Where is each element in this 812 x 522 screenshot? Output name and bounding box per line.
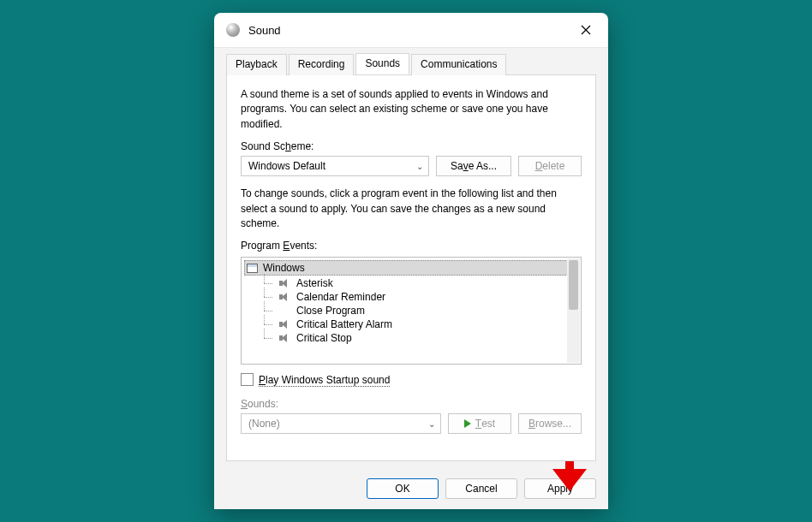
- test-button: Test: [448, 413, 511, 434]
- dialog-title: Sound: [248, 24, 567, 37]
- chevron-down-icon: ⌄: [416, 162, 423, 171]
- cancel-button[interactable]: Cancel: [445, 478, 517, 499]
- chevron-down-icon: ⌄: [428, 419, 435, 429]
- tree-line: [260, 291, 274, 303]
- tree-root-windows[interactable]: Windows: [244, 260, 578, 276]
- sound-scheme-value: Windows Default: [248, 160, 325, 172]
- intro-text: A sound theme is a set of sounds applied…: [241, 87, 582, 132]
- tab-communications-label: Communications: [421, 58, 497, 70]
- browse-button: Browse...: [518, 413, 582, 434]
- cancel-label: Cancel: [465, 483, 497, 495]
- windows-icon: [247, 264, 258, 273]
- ok-label: OK: [395, 483, 409, 495]
- sounds-select: (None) ⌄: [241, 413, 441, 434]
- scrollbar-thumb[interactable]: [569, 260, 578, 310]
- tab-strip: Playback Recording Sounds Communications: [226, 53, 596, 74]
- sounds-label: Sounds:: [241, 398, 582, 410]
- ok-button[interactable]: OK: [367, 478, 439, 499]
- tree-item-label: Critical Stop: [296, 332, 352, 344]
- tree-item[interactable]: Close Program: [243, 304, 579, 317]
- close-icon: [581, 25, 591, 35]
- tab-playback[interactable]: Playback: [226, 54, 287, 75]
- tab-pane-sounds: A sound theme is a set of sounds applied…: [226, 74, 596, 461]
- sounds-value: (None): [248, 418, 280, 430]
- speaker-icon: [279, 319, 291, 329]
- tree-line: [260, 318, 274, 330]
- tree-item[interactable]: Asterisk: [243, 276, 579, 290]
- dialog-footer: OK Cancel Apply: [214, 470, 608, 509]
- tab-recording-label: Recording: [298, 58, 345, 70]
- tab-playback-label: Playback: [236, 58, 278, 70]
- dialog-body: Playback Recording Sounds Communications…: [214, 47, 608, 470]
- speaker-icon: [279, 292, 291, 302]
- delete-button: Delete: [518, 156, 582, 176]
- tree-item-label: Asterisk: [296, 277, 333, 289]
- play-startup-checkbox[interactable]: [241, 373, 254, 386]
- tree-item[interactable]: Critical Stop: [243, 331, 579, 345]
- sound-dialog: Sound Playback Recording Sounds Communic…: [214, 13, 608, 509]
- annotation-arrow-head: [552, 469, 587, 491]
- tab-recording[interactable]: Recording: [289, 54, 355, 75]
- play-startup-label[interactable]: Play Windows Startup sound: [259, 374, 390, 386]
- tree-item-label: Close Program: [296, 305, 365, 317]
- tree-item-label: Calendar Reminder: [296, 291, 385, 303]
- tree-line: [260, 277, 274, 289]
- titlebar: Sound: [214, 13, 608, 47]
- tree-root-label: Windows: [263, 262, 305, 274]
- tab-communications[interactable]: Communications: [411, 54, 506, 75]
- tree-item[interactable]: Critical Battery Alarm: [243, 317, 579, 331]
- scrollbar[interactable]: [567, 258, 580, 363]
- sound-scheme-label: Sound Scheme:: [241, 140, 582, 152]
- tree-item[interactable]: Calendar Reminder: [243, 290, 579, 304]
- tab-sounds[interactable]: Sounds: [355, 53, 409, 74]
- sound-scheme-select[interactable]: Windows Default ⌄: [241, 156, 429, 176]
- speaker-icon: [279, 305, 291, 316]
- change-sounds-text: To change sounds, click a program event …: [241, 187, 582, 231]
- close-button[interactable]: [567, 16, 605, 44]
- tree-line: [260, 305, 274, 317]
- speaker-icon: [279, 278, 291, 288]
- tree-item-label: Critical Battery Alarm: [296, 318, 392, 330]
- sound-icon: [226, 23, 240, 37]
- program-events-label: Program Events:: [241, 240, 582, 252]
- program-events-list[interactable]: Windows AsteriskCalendar ReminderClose P…: [241, 257, 582, 365]
- tree-line: [260, 332, 274, 344]
- save-as-button[interactable]: Save As...: [436, 156, 511, 176]
- tab-sounds-label: Sounds: [365, 57, 400, 69]
- play-icon: [464, 419, 471, 428]
- speaker-icon: [279, 333, 291, 343]
